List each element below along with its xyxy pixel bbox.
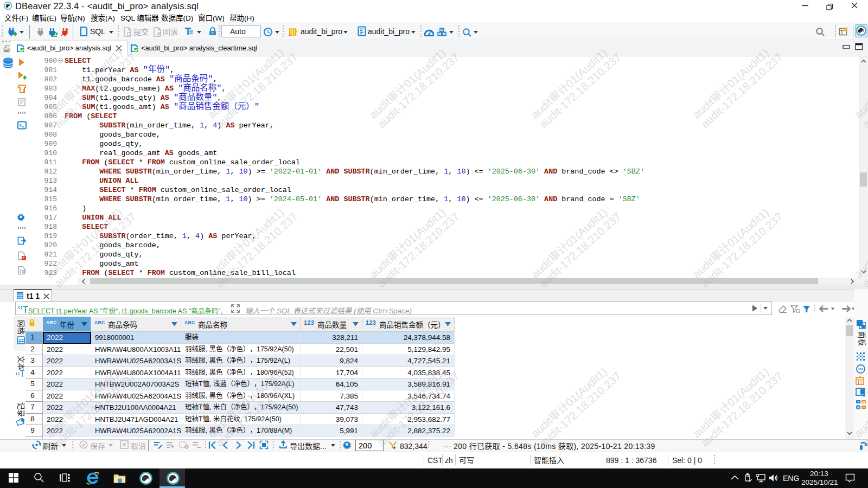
svg-text:(x): (x) xyxy=(19,269,26,274)
